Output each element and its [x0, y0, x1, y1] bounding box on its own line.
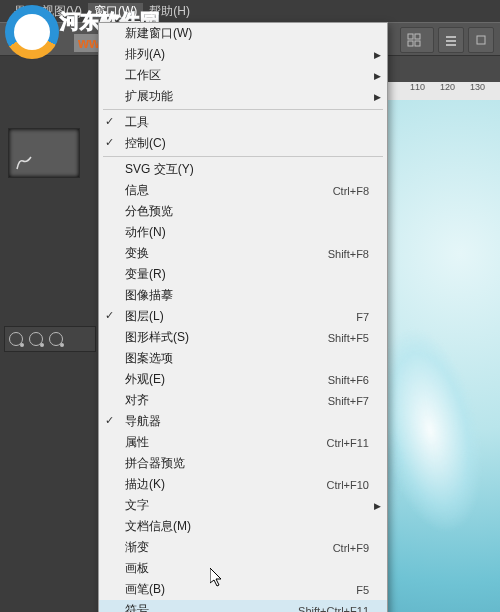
menu-item-shortcut: Ctrl+F9: [333, 542, 369, 554]
menu-item-label: 外观(E): [125, 371, 328, 388]
menu-item-label: 动作(N): [125, 224, 369, 241]
menu-item[interactable]: 对齐Shift+F7: [99, 390, 387, 411]
menu-item[interactable]: 画笔(B)F5: [99, 579, 387, 600]
menu-item-shortcut: F7: [356, 311, 369, 323]
check-icon: ✓: [105, 115, 114, 128]
menu-item[interactable]: 图像描摹: [99, 285, 387, 306]
menu-item[interactable]: 属性Ctrl+F11: [99, 432, 387, 453]
menu-item[interactable]: 描边(K)Ctrl+F10: [99, 474, 387, 495]
grid-icon[interactable]: [400, 27, 434, 53]
menu-item[interactable]: 扩展功能▶: [99, 86, 387, 107]
svg-rect-1: [415, 34, 420, 39]
menu-item[interactable]: 图形样式(S)Shift+F5: [99, 327, 387, 348]
mini-toolbar: [4, 326, 96, 352]
menu-item-shortcut: F5: [356, 584, 369, 596]
ruler-tick: 110: [410, 82, 425, 92]
menu-item-label: 画板: [125, 560, 369, 577]
menu-item-shortcut: Shift+F5: [328, 332, 369, 344]
menu-item[interactable]: 信息Ctrl+F8: [99, 180, 387, 201]
menu-item-label: 图案选项: [125, 350, 369, 367]
menu-item[interactable]: 变换Shift+F8: [99, 243, 387, 264]
menu-item[interactable]: 拼合器预览: [99, 453, 387, 474]
menu-item-shortcut: Ctrl+F11: [327, 437, 370, 449]
menu-item[interactable]: ✓图层(L)F7: [99, 306, 387, 327]
menu-item-label: 控制(C): [125, 135, 369, 152]
menu-item-label: 变量(R): [125, 266, 369, 283]
menu-item[interactable]: 画板: [99, 558, 387, 579]
menu-item-shortcut: Shift+F7: [328, 395, 369, 407]
svg-rect-4: [446, 36, 456, 38]
ruler-tick: 130: [470, 82, 485, 92]
menu-item[interactable]: ✓导航器: [99, 411, 387, 432]
menu-item-label: 符号: [125, 602, 298, 612]
watermark-logo: [5, 5, 59, 59]
symbol-sprayer-icon[interactable]: [9, 332, 23, 346]
menu-item-label: 工作区: [125, 67, 369, 84]
menu-item[interactable]: ✓控制(C): [99, 133, 387, 154]
menu-item[interactable]: 符号Shift+Ctrl+F11: [99, 600, 387, 612]
menu-item-label: 图层(L): [125, 308, 356, 325]
window-menu: 新建窗口(W)排列(A)▶工作区▶扩展功能▶✓工具✓控制(C)SVG 交互(Y)…: [98, 22, 388, 612]
menu-item-label: 排列(A): [125, 46, 369, 63]
menu-separator: [103, 156, 383, 157]
chevron-right-icon: ▶: [374, 71, 381, 81]
menu-item-label: 文字: [125, 497, 369, 514]
symbol-tool-icon[interactable]: [29, 332, 43, 346]
thumbnail-box[interactable]: [8, 128, 80, 178]
menu-item-label: SVG 交互(Y): [125, 161, 369, 178]
menu-item[interactable]: 文字▶: [99, 495, 387, 516]
menu-item[interactable]: 外观(E)Shift+F6: [99, 369, 387, 390]
svg-rect-0: [408, 34, 413, 39]
menu-item[interactable]: 变量(R): [99, 264, 387, 285]
chevron-right-icon: ▶: [374, 92, 381, 102]
menu-item[interactable]: ✓工具: [99, 112, 387, 133]
menu-item-label: 描边(K): [125, 476, 327, 493]
menu-item[interactable]: 动作(N): [99, 222, 387, 243]
svg-rect-5: [446, 40, 456, 42]
menu-item-label: 拼合器预览: [125, 455, 369, 472]
menu-item-label: 新建窗口(W): [125, 25, 369, 42]
menu-item-shortcut: Shift+F8: [328, 248, 369, 260]
menu-item-label: 图像描摹: [125, 287, 369, 304]
svg-rect-2: [408, 41, 413, 46]
menu-separator: [103, 109, 383, 110]
menu-item-shortcut: Ctrl+F10: [327, 479, 370, 491]
menu-item[interactable]: 排列(A)▶: [99, 44, 387, 65]
menu-item[interactable]: SVG 交互(Y): [99, 159, 387, 180]
symbol-tool-icon-2[interactable]: [49, 332, 63, 346]
menu-item-label: 扩展功能: [125, 88, 369, 105]
check-icon: ✓: [105, 309, 114, 322]
menu-item-label: 变换: [125, 245, 328, 262]
toolbar-icon-2[interactable]: [468, 27, 494, 53]
menu-item-shortcut: Ctrl+F8: [333, 185, 369, 197]
menu-item-label: 文档信息(M): [125, 518, 369, 535]
menu-item-label: 工具: [125, 114, 369, 131]
menu-item-shortcut: Shift+Ctrl+F11: [298, 605, 369, 613]
svg-rect-6: [446, 44, 456, 46]
menu-item-label: 画笔(B): [125, 581, 356, 598]
menu-item[interactable]: 分色预览: [99, 201, 387, 222]
check-icon: ✓: [105, 414, 114, 427]
ruler-tick: 120: [440, 82, 455, 92]
menu-item-label: 信息: [125, 182, 333, 199]
menu-item[interactable]: 渐变Ctrl+F9: [99, 537, 387, 558]
menu-item-label: 分色预览: [125, 203, 369, 220]
menu-item[interactable]: 工作区▶: [99, 65, 387, 86]
menu-item-label: 属性: [125, 434, 327, 451]
menu-item-label: 导航器: [125, 413, 369, 430]
svg-rect-3: [415, 41, 420, 46]
menu-item[interactable]: 图案选项: [99, 348, 387, 369]
menu-item-shortcut: Shift+F6: [328, 374, 369, 386]
toolbar-icon[interactable]: [438, 27, 464, 53]
check-icon: ✓: [105, 136, 114, 149]
menu-item[interactable]: 文档信息(M): [99, 516, 387, 537]
menu-item-label: 渐变: [125, 539, 333, 556]
chevron-right-icon: ▶: [374, 50, 381, 60]
svg-rect-7: [477, 36, 485, 44]
menu-item-label: 图形样式(S): [125, 329, 328, 346]
menu-item[interactable]: 新建窗口(W): [99, 23, 387, 44]
chevron-right-icon: ▶: [374, 501, 381, 511]
menu-item-label: 对齐: [125, 392, 328, 409]
